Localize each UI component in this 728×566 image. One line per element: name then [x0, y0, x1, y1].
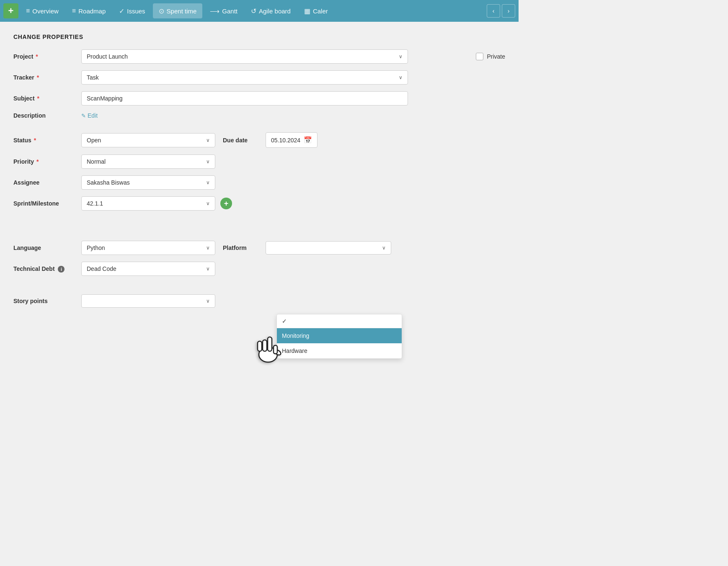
- nav-label-overview: Overview: [32, 8, 59, 15]
- platform-option-hardware[interactable]: Hardware: [277, 343, 402, 358]
- priority-chevron-icon: ∨: [206, 159, 210, 165]
- overview-icon: ≡: [26, 7, 30, 15]
- platform-option-monitoring[interactable]: Monitoring: [277, 328, 402, 343]
- sprint-row: Sprint/Milestone 42.1.1 ∨ +: [13, 196, 505, 211]
- nav-label-gantt: Gantt: [222, 8, 238, 15]
- nav-item-caler[interactable]: ▦ Caler: [298, 3, 334, 18]
- platform-col: Platform ∨: [223, 241, 505, 255]
- description-label: Description: [13, 112, 76, 119]
- subject-input[interactable]: [81, 91, 408, 105]
- priority-required: *: [35, 158, 39, 165]
- issues-icon: ✓: [119, 7, 124, 15]
- private-checkbox[interactable]: [476, 53, 483, 60]
- nav-item-spent-time[interactable]: ⊙ Spent time: [153, 3, 203, 18]
- nav-label-issues: Issues: [127, 8, 145, 15]
- edit-icon: ✎: [81, 113, 86, 119]
- tracker-label: Tracker *: [13, 74, 76, 81]
- nav-next-button[interactable]: ›: [502, 4, 515, 18]
- tracker-input-wrapper: Task ∨: [81, 70, 408, 85]
- nav-label-caler: Caler: [313, 8, 328, 15]
- project-label: Project *: [13, 53, 76, 60]
- sprint-select[interactable]: 42.1.1 ∨: [81, 196, 215, 211]
- duedate-value: 05.10.2024: [271, 137, 300, 144]
- language-label: Language: [13, 244, 76, 251]
- tech-debt-chevron-icon: ∨: [206, 266, 210, 272]
- sprint-col: Sprint/Milestone 42.1.1 ∨ +: [13, 196, 232, 211]
- checkmark-icon: ✓: [282, 318, 287, 324]
- tracker-row: Tracker * Task ∨: [13, 70, 505, 85]
- nav-label-spent-time: Spent time: [167, 8, 197, 15]
- spent-time-icon: ⊙: [159, 7, 164, 15]
- story-points-chevron-icon: ∨: [206, 298, 210, 304]
- tracker-value: Task: [87, 74, 99, 81]
- duedate-col: Due date 05.10.2024 📅: [223, 132, 505, 148]
- language-chevron-icon: ∨: [206, 245, 210, 251]
- tracker-chevron-icon: ∨: [399, 75, 403, 80]
- tracker-select[interactable]: Task ∨: [81, 70, 408, 85]
- svg-rect-2: [268, 337, 272, 351]
- calendar-icon: 📅: [304, 136, 312, 144]
- priority-col: Priority * Normal ∨: [13, 154, 223, 169]
- status-duedate-row: Status * Open ∨ Due date 05.10.2024 📅: [13, 132, 505, 148]
- caler-icon: ▦: [304, 7, 310, 15]
- nav-item-agile-board[interactable]: ↺ Agile board: [245, 3, 297, 18]
- platform-label: Platform: [223, 244, 261, 251]
- platform-chevron-icon: ∨: [382, 245, 386, 251]
- add-sprint-button[interactable]: +: [220, 198, 232, 209]
- private-label: Private: [487, 53, 505, 60]
- svg-rect-3: [263, 340, 267, 351]
- nav-prev-button[interactable]: ‹: [487, 4, 500, 18]
- description-edit-link[interactable]: ✎ Edit: [81, 112, 98, 119]
- description-row: Description ✎ Edit: [13, 112, 505, 119]
- nav-arrows: ‹ ›: [487, 4, 515, 18]
- edit-label: Edit: [88, 112, 98, 119]
- status-chevron-icon: ∨: [206, 137, 210, 143]
- main-content: CHANGE PROPERTIES Project * Product Laun…: [0, 22, 519, 326]
- story-points-label: Story points: [13, 298, 76, 304]
- sprint-label: Sprint/Milestone: [13, 200, 76, 207]
- language-value: Python: [87, 244, 105, 251]
- status-select[interactable]: Open ∨: [81, 133, 215, 147]
- subject-label: Subject *: [13, 95, 76, 102]
- roadmap-icon: ≡: [72, 7, 76, 15]
- add-button[interactable]: +: [3, 3, 18, 18]
- assignee-chevron-icon: ∨: [206, 180, 210, 185]
- tech-debt-row: Technical Debt i Dead Code ∨: [13, 262, 505, 276]
- project-value: Product Launch: [87, 53, 128, 60]
- status-value: Open: [87, 137, 101, 144]
- svg-point-0: [259, 347, 277, 362]
- nav-item-gantt[interactable]: ⟶ Gantt: [204, 3, 243, 18]
- gantt-icon: ⟶: [210, 7, 219, 15]
- sprint-value: 42.1.1: [87, 200, 103, 207]
- tech-debt-label: Technical Debt i: [13, 265, 76, 273]
- assignee-value: Sakasha Biswas: [87, 179, 130, 186]
- assignee-select[interactable]: Sakasha Biswas ∨: [81, 175, 215, 190]
- priority-row: Priority * Normal ∨: [13, 154, 505, 169]
- duedate-input[interactable]: 05.10.2024 📅: [266, 132, 318, 148]
- subject-input-wrapper: [81, 91, 408, 105]
- language-col: Language Python ∨: [13, 241, 223, 255]
- tracker-required: *: [35, 74, 39, 81]
- navbar: + ≡ Overview ≡ Roadmap ✓ Issues ⊙ Spent …: [0, 0, 519, 22]
- project-select[interactable]: Product Launch ∨: [81, 49, 408, 64]
- nav-item-issues[interactable]: ✓ Issues: [113, 3, 151, 18]
- status-label: Status *: [13, 137, 76, 144]
- language-platform-row: Language Python ∨ Platform ∨: [13, 241, 505, 255]
- platform-dropdown-check-row: ✓: [277, 314, 402, 328]
- nav-item-roadmap[interactable]: ≡ Roadmap: [66, 3, 111, 18]
- language-select[interactable]: Python ∨: [81, 241, 215, 255]
- project-input-wrapper: Product Launch ∨: [81, 49, 408, 64]
- nav-item-overview[interactable]: ≡ Overview: [20, 3, 65, 18]
- priority-value: Normal: [87, 158, 106, 165]
- assignee-row: Assignee Sakasha Biswas ∨: [13, 175, 505, 190]
- story-points-select[interactable]: ∨: [81, 294, 215, 308]
- platform-select[interactable]: ∨: [266, 241, 391, 255]
- project-row: Project * Product Launch ∨ Private: [13, 49, 505, 64]
- info-icon[interactable]: i: [58, 266, 65, 273]
- project-required: *: [34, 53, 38, 60]
- sprint-chevron-icon: ∨: [206, 201, 210, 206]
- svg-rect-4: [258, 341, 262, 351]
- priority-select[interactable]: Normal ∨: [81, 154, 215, 169]
- tech-debt-select[interactable]: Dead Code ∨: [81, 262, 215, 276]
- priority-label: Priority *: [13, 158, 76, 165]
